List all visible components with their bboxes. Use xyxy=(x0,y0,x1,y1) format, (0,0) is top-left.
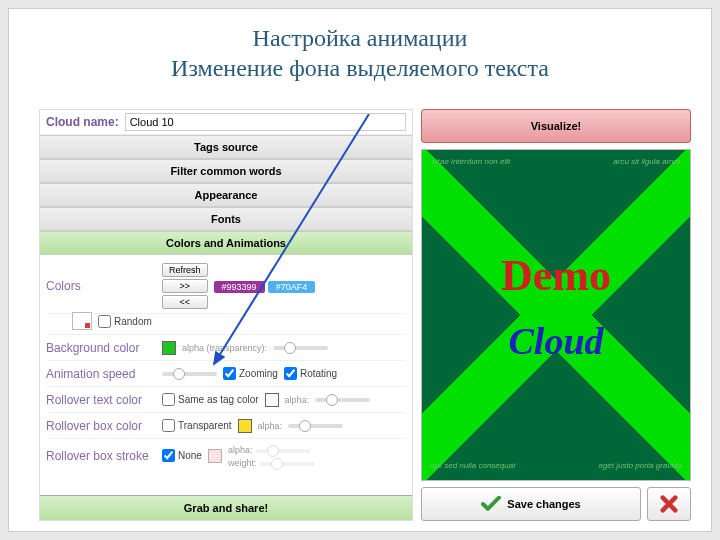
rtc-alpha-slider[interactable] xyxy=(315,398,370,402)
bg-alpha-slider[interactable] xyxy=(273,346,328,350)
bg-color-swatch[interactable] xyxy=(162,341,176,355)
alpha-transparency-label: alpha (transparency): xyxy=(182,343,267,353)
cloud-name-input[interactable] xyxy=(125,113,406,131)
accordion-colors-animations[interactable]: Colors and Animations xyxy=(40,231,412,255)
color-chip-2[interactable]: #70AF4 xyxy=(268,281,316,293)
same-tag-checkbox[interactable]: Same as tag color xyxy=(162,393,259,406)
rbs-alpha-label: alpha: xyxy=(228,445,253,455)
color-picker-icon[interactable] xyxy=(72,312,92,330)
cloud-name-label: Cloud name: xyxy=(46,115,119,129)
refresh-button[interactable]: Refresh xyxy=(162,263,208,277)
close-button[interactable] xyxy=(647,487,691,521)
random-checkbox[interactable]: Random xyxy=(98,315,152,328)
color-chip-1[interactable]: #993399 xyxy=(214,281,265,293)
rbc-alpha-slider[interactable] xyxy=(288,424,343,428)
slide-title: Настройка анимации Изменение фона выделя… xyxy=(9,9,711,89)
accordion-appearance[interactable]: Appearance xyxy=(40,183,412,207)
next-button[interactable]: >> xyxy=(162,279,208,293)
cloud-preview: vitae interdum non elit arcu sit ligula … xyxy=(421,149,691,481)
preview-word-cloud: Cloud xyxy=(508,319,603,363)
title-line1: Настройка анимации xyxy=(253,25,468,51)
rotating-checkbox[interactable]: Rotating xyxy=(284,367,337,380)
rbs-alpha-slider[interactable] xyxy=(256,449,311,453)
save-changes-button[interactable]: Save changes xyxy=(421,487,641,521)
anim-speed-label: Animation speed xyxy=(46,367,156,381)
close-icon xyxy=(660,495,678,513)
transparent-checkbox[interactable]: Transparent xyxy=(162,419,232,432)
rollover-box-swatch[interactable] xyxy=(238,419,252,433)
rbs-weight-slider[interactable] xyxy=(260,462,315,466)
rbs-weight-label: weight: xyxy=(228,458,257,468)
title-line2: Изменение фона выделяемого текста xyxy=(171,55,549,81)
rbc-alpha-label: alpha: xyxy=(258,421,283,431)
accordion-tags-source[interactable]: Tags source xyxy=(40,135,412,159)
colors-animations-panel: Colors Refresh >> << #993399 #70AF4 xyxy=(40,255,412,476)
rollover-box-stroke-label: Rollover box stroke xyxy=(46,449,156,463)
rollover-stroke-swatch[interactable] xyxy=(208,449,222,463)
accordion-filter[interactable]: Filter common words xyxy=(40,159,412,183)
save-label: Save changes xyxy=(507,498,580,510)
bg-color-label: Background color xyxy=(46,341,156,355)
rollover-box-color-label: Rollover box color xyxy=(46,419,156,433)
accordion-grab-share[interactable]: Grab and share! xyxy=(40,495,412,520)
rollover-text-swatch[interactable] xyxy=(265,393,279,407)
settings-panel: Cloud name: Tags source Filter common wo… xyxy=(39,109,413,521)
rollover-text-color-label: Rollover text color xyxy=(46,393,156,407)
accordion-fonts[interactable]: Fonts xyxy=(40,207,412,231)
colors-label: Colors xyxy=(46,279,156,293)
none-checkbox[interactable]: None xyxy=(162,449,202,462)
rtc-alpha-label: alpha: xyxy=(285,395,310,405)
visualize-button[interactable]: Visualize! xyxy=(421,109,691,143)
check-icon xyxy=(481,496,501,512)
prev-button[interactable]: << xyxy=(162,295,208,309)
anim-speed-slider[interactable] xyxy=(162,372,217,376)
preview-word-demo: Demo xyxy=(501,250,611,301)
zooming-checkbox[interactable]: Zooming xyxy=(223,367,278,380)
